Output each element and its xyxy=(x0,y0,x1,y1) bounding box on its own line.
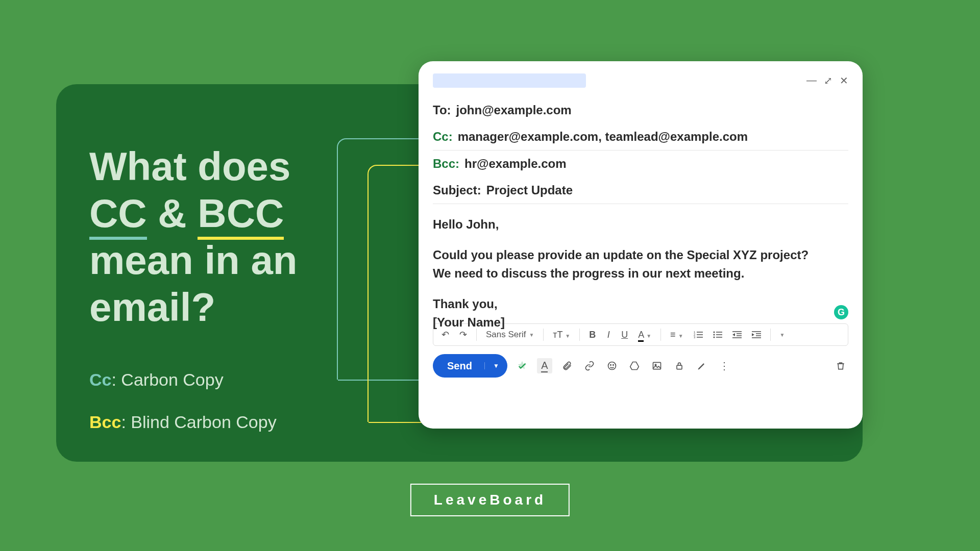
to-value: john@example.com xyxy=(456,103,572,117)
compose-window: — ⤢ ✕ To: john@example.com Cc: manager@e… xyxy=(419,61,863,429)
svg-point-7 xyxy=(713,334,715,335)
headline-line3a: mean in an xyxy=(89,237,297,284)
cc-value: manager@example.com, teamlead@example.co… xyxy=(458,130,748,144)
send-button: Send ▼ xyxy=(433,354,507,378)
svg-point-22 xyxy=(608,362,616,370)
attach-icon[interactable] xyxy=(559,358,575,373)
window-controls: — ⤢ ✕ xyxy=(806,74,848,87)
pen-icon[interactable] xyxy=(694,358,709,373)
confidential-icon[interactable] xyxy=(672,358,687,373)
link-icon[interactable] xyxy=(582,358,597,373)
drive-icon[interactable] xyxy=(627,358,642,373)
bcc-label: Bcc: xyxy=(433,157,459,171)
image-icon[interactable] xyxy=(649,358,665,373)
svg-marker-21 xyxy=(752,333,754,336)
minimize-icon[interactable]: — xyxy=(806,74,817,87)
headline-bcc: BCC xyxy=(198,191,284,240)
compose-bottom-bar: Send ▼ A ⋮ xyxy=(433,353,848,379)
svg-point-23 xyxy=(610,365,611,366)
definition-cc-label: Cc xyxy=(89,370,111,389)
compose-body[interactable]: Hello John, Could you please provide an … xyxy=(433,204,848,323)
body-thanks: Thank you, xyxy=(433,295,848,313)
svg-point-8 xyxy=(713,336,715,338)
to-label: To: xyxy=(433,103,451,117)
grammarly-icon[interactable]: G xyxy=(834,305,848,319)
headline-line2: CC & BCC xyxy=(89,190,297,237)
headline-amp: & xyxy=(147,191,198,236)
close-icon[interactable]: ✕ xyxy=(840,74,848,87)
send-button-main[interactable]: Send xyxy=(433,360,484,372)
subject-preview-chip xyxy=(433,73,586,88)
svg-rect-27 xyxy=(677,365,682,369)
bcc-field[interactable]: Bcc: hr@example.com xyxy=(433,151,848,177)
definition-cc-value: : Carbon Copy xyxy=(111,370,223,389)
body-greeting: Hello John, xyxy=(433,215,848,234)
emoji-icon[interactable] xyxy=(604,358,620,373)
body-paragraph: Could you please provide an update on th… xyxy=(433,246,826,283)
headline-line1: What does xyxy=(89,143,297,190)
text-format-icon[interactable]: A xyxy=(537,358,552,373)
definition-bcc-value: : Blind Carbon Copy xyxy=(121,412,276,432)
expand-icon[interactable]: ⤢ xyxy=(824,74,832,87)
chevron-down-icon: ▼ xyxy=(529,332,534,338)
svg-marker-16 xyxy=(732,333,735,336)
spellcheck-icon[interactable] xyxy=(514,358,530,373)
subject-value: Project Update xyxy=(486,183,573,197)
brand-logo: LeaveBoard xyxy=(410,484,570,516)
cc-field[interactable]: Cc: manager@example.com, teamlead@exampl… xyxy=(433,123,848,151)
cc-label: Cc: xyxy=(433,130,453,144)
subject-label: Subject: xyxy=(433,183,481,197)
definition-cc: Cc: Carbon Copy xyxy=(89,370,224,390)
trash-icon[interactable] xyxy=(833,358,848,373)
headline-cc: CC xyxy=(89,191,147,240)
headline: What does CC & BCC mean in an email? xyxy=(89,143,297,331)
svg-point-24 xyxy=(612,365,614,366)
send-button-more[interactable]: ▼ xyxy=(484,362,507,369)
svg-text:3: 3 xyxy=(694,336,696,339)
body-signature: [Your Name] xyxy=(433,313,848,332)
svg-rect-25 xyxy=(653,362,660,369)
compose-header: — ⤢ ✕ xyxy=(433,73,848,88)
bcc-value: hr@example.com xyxy=(464,157,566,171)
definition-bcc: Bcc: Blind Carbon Copy xyxy=(89,412,277,432)
subject-field[interactable]: Subject: Project Update xyxy=(433,177,848,204)
more-options-icon[interactable]: ⋮ xyxy=(717,358,732,373)
headline-line3b: email? xyxy=(89,284,297,331)
definition-bcc-label: Bcc xyxy=(89,412,121,432)
to-field[interactable]: To: john@example.com xyxy=(433,97,848,123)
